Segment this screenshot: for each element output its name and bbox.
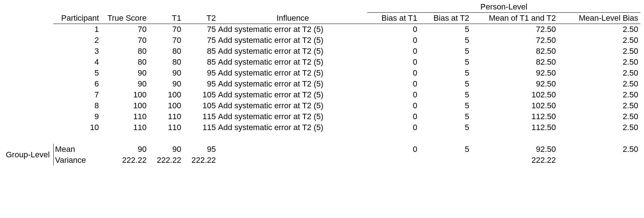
cell-mean-t1t2: 112.50 [471, 111, 558, 122]
header-true-score: True Score [101, 13, 149, 24]
cell-bias-t2: 5 [420, 35, 471, 46]
cell-participant: 7 [53, 89, 101, 100]
table-row: 9110110115Add systematic error at T2 (5)… [4, 111, 640, 122]
cell-bias-t2: 5 [420, 122, 471, 133]
cell-mean-level-bias: 2.50 [558, 89, 640, 100]
cell-mean-level-bias: 2.50 [558, 122, 640, 133]
cell-t1: 90 [149, 78, 183, 89]
cell-bias-t1: 0 [367, 35, 419, 46]
table-row: 2707075Add systematic error at T2 (5)057… [4, 35, 640, 46]
cell-mean-level-bias: 2.50 [558, 111, 640, 122]
group-var-mean-level-bias [558, 155, 640, 166]
cell-influence: Add systematic error at T2 (5) [218, 89, 367, 100]
group-var-true-score: 222.22 [101, 155, 149, 166]
cell-true-score: 100 [101, 100, 149, 111]
cell-bias-t1: 0 [367, 68, 419, 78]
cell-t1: 110 [149, 122, 183, 133]
cell-participant: 5 [53, 68, 101, 78]
cell-participant: 4 [53, 57, 101, 68]
cell-t2: 115 [183, 122, 218, 133]
group-var-t2: 222.22 [183, 155, 218, 166]
cell-t2: 75 [183, 24, 218, 35]
cell-participant: 9 [53, 111, 101, 122]
group-mean-bias-t2: 5 [420, 144, 471, 155]
cell-mean-t1t2: 72.50 [471, 35, 558, 46]
cell-t2: 105 [183, 89, 218, 100]
cell-influence: Add systematic error at T2 (5) [218, 57, 367, 68]
cell-true-score: 110 [101, 122, 149, 133]
cell-t2: 105 [183, 100, 218, 111]
header-row-top: Person-Level [4, 1, 640, 13]
cell-bias-t1: 0 [367, 46, 419, 57]
cell-t1: 90 [149, 68, 183, 78]
group-mean-row: Group-Level Mean 90 90 95 0 5 92.50 2.50 [4, 144, 640, 155]
cell-participant: 1 [53, 24, 101, 35]
header-influence: Influence [218, 13, 367, 24]
cell-bias-t2: 5 [420, 100, 471, 111]
cell-bias-t2: 5 [420, 46, 471, 57]
cell-mean-t1t2: 82.50 [471, 46, 558, 57]
table-row: 3808085Add systematic error at T2 (5)058… [4, 46, 640, 57]
cell-mean-t1t2: 112.50 [471, 122, 558, 133]
cell-influence: Add systematic error at T2 (5) [218, 100, 367, 111]
cell-t1: 100 [149, 100, 183, 111]
table-row: 8100100105Add systematic error at T2 (5)… [4, 100, 640, 111]
cell-mean-level-bias: 2.50 [558, 35, 640, 46]
table-row: 10110110115Add systematic error at T2 (5… [4, 122, 640, 133]
header-t2: T2 [183, 13, 218, 24]
group-mean-true-score: 90 [101, 144, 149, 155]
group-mean-t2: 95 [183, 144, 218, 155]
group-var-t1: 222.22 [149, 155, 183, 166]
cell-bias-t2: 5 [420, 89, 471, 100]
cell-mean-level-bias: 2.50 [558, 24, 640, 35]
header-bias-t2: Bias at T2 [420, 13, 471, 24]
cell-t1: 80 [149, 57, 183, 68]
group-var-bias-t1 [367, 155, 419, 166]
cell-t1: 70 [149, 35, 183, 46]
cell-influence: Add systematic error at T2 (5) [218, 122, 367, 133]
cell-influence: Add systematic error at T2 (5) [218, 35, 367, 46]
cell-mean-t1t2: 102.50 [471, 89, 558, 100]
cell-mean-t1t2: 92.50 [471, 68, 558, 78]
cell-bias-t1: 0 [367, 57, 419, 68]
cell-mean-t1t2: 82.50 [471, 57, 558, 68]
cell-mean-level-bias: 2.50 [558, 100, 640, 111]
cell-bias-t2: 5 [420, 68, 471, 78]
table-container: Person-Level Participant True Score T1 T… [0, 0, 644, 218]
header-participant: Participant [53, 13, 101, 24]
cell-bias-t1: 0 [367, 78, 419, 89]
cell-mean-t1t2: 72.50 [471, 24, 558, 35]
cell-true-score: 90 [101, 68, 149, 78]
header-mean-level-bias: Mean-Level Bias [558, 13, 640, 24]
cell-true-score: 70 [101, 24, 149, 35]
cell-t1: 100 [149, 89, 183, 100]
spacer-row [4, 133, 640, 144]
table-row: 1707075Add systematic error at T2 (5)057… [4, 24, 640, 35]
cell-influence: Add systematic error at T2 (5) [218, 24, 367, 35]
cell-participant: 2 [53, 35, 101, 46]
cell-influence: Add systematic error at T2 (5) [218, 68, 367, 78]
cell-influence: Add systematic error at T2 (5) [218, 111, 367, 122]
group-level-label: Group-Level [4, 144, 53, 166]
cell-bias-t1: 0 [367, 122, 419, 133]
table-row: 6909095Add systematic error at T2 (5)059… [4, 78, 640, 89]
cell-mean-t1t2: 92.50 [471, 78, 558, 89]
cell-t2: 95 [183, 78, 218, 89]
cell-true-score: 110 [101, 111, 149, 122]
header-row: Participant True Score T1 T2 Influence B… [4, 13, 640, 24]
table-row: 7100100105Add systematic error at T2 (5)… [4, 89, 640, 100]
cell-bias-t2: 5 [420, 111, 471, 122]
stat-label-variance: Variance [53, 155, 101, 166]
header-t1: T1 [149, 13, 183, 24]
cell-participant: 8 [53, 100, 101, 111]
group-mean-t1: 90 [149, 144, 183, 155]
cell-participant: 10 [53, 122, 101, 133]
group-var-mean-t1t2: 222.22 [471, 155, 558, 166]
cell-mean-level-bias: 2.50 [558, 78, 640, 89]
cell-bias-t1: 0 [367, 111, 419, 122]
cell-bias-t1: 0 [367, 100, 419, 111]
cell-bias-t2: 5 [420, 24, 471, 35]
cell-true-score: 90 [101, 78, 149, 89]
cell-t2: 115 [183, 111, 218, 122]
cell-mean-level-bias: 2.50 [558, 68, 640, 78]
